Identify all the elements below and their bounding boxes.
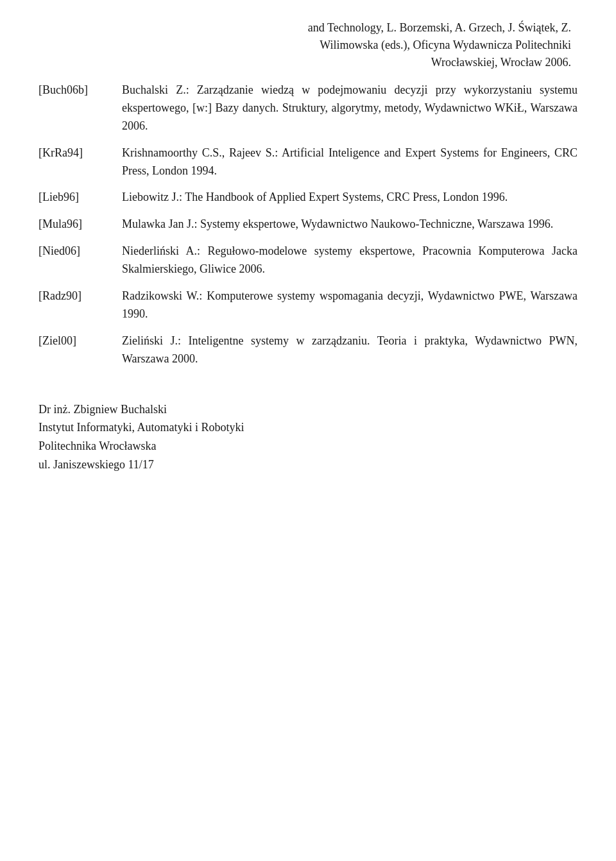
ref-entry-buch06b: [Buch06b] Buchalski Z.: Zarządzanie wied… [38, 81, 578, 135]
ref-key-mula96: [Mula96] [38, 216, 122, 234]
author-line-3: Politechnika Wrocławska [38, 437, 578, 456]
ref-key-radz90: [Radz90] [38, 287, 122, 323]
intro-block: and Technology, L. Borzemski, A. Grzech,… [38, 19, 578, 71]
ref-key-lieb96: [Lieb96] [38, 189, 122, 207]
ref-text-nied06: Niederliński A.: Regułowo-modelowe syste… [122, 243, 578, 278]
page-content: and Technology, L. Borzemski, A. Grzech,… [38, 19, 578, 474]
ref-key-ziel00: [Ziel00] [38, 332, 122, 368]
intro-line-2: Wilimowska (eds.), Oficyna Wydawnicza Po… [38, 37, 571, 54]
ref-entry-mula96: [Mula96] Mulawka Jan J.: Systemy ekspert… [38, 216, 578, 234]
references-section: and Technology, L. Borzemski, A. Grzech,… [38, 19, 578, 368]
ref-text-krra94: Krishnamoorthy C.S., Rajeev S.: Artifici… [122, 144, 578, 180]
ref-key-krra94: [KrRa94] [38, 144, 122, 180]
author-line-1: Dr inż. Zbigniew Buchalski [38, 400, 578, 419]
ref-text-buch06b: Buchalski Z.: Zarządzanie wiedzą w podej… [122, 81, 578, 135]
ref-text-ziel00: Zieliński J.: Inteligentne systemy w zar… [122, 332, 578, 368]
author-line-2: Instytut Informatyki, Automatyki i Robot… [38, 418, 578, 437]
ref-entry-krra94: [KrRa94] Krishnamoorthy C.S., Rajeev S.:… [38, 144, 578, 180]
author-line-4: ul. Janiszewskiego 11/17 [38, 456, 578, 474]
ref-entry-lieb96: [Lieb96] Liebowitz J.: The Handbook of A… [38, 189, 578, 207]
ref-entry-ziel00: [Ziel00] Zieliński J.: Inteligentne syst… [38, 332, 578, 368]
ref-text-radz90: Radzikowski W.: Komputerowe systemy wspo… [122, 287, 578, 323]
ref-entry-nied06: [Nied06] Niederliński A.: Regułowo-model… [38, 243, 578, 278]
intro-line-1: and Technology, L. Borzemski, A. Grzech,… [38, 19, 571, 37]
ref-entry-radz90: [Radz90] Radzikowski W.: Komputerowe sys… [38, 287, 578, 323]
author-section: Dr inż. Zbigniew Buchalski Instytut Info… [38, 400, 578, 474]
ref-text-mula96: Mulawka Jan J.: Systemy ekspertowe, Wyda… [122, 216, 578, 234]
ref-key-nied06: [Nied06] [38, 243, 122, 278]
ref-text-lieb96: Liebowitz J.: The Handbook of Applied Ex… [122, 189, 578, 207]
ref-key-buch06b: [Buch06b] [38, 81, 122, 135]
intro-line-3: Wrocławskiej, Wrocław 2006. [38, 54, 571, 71]
